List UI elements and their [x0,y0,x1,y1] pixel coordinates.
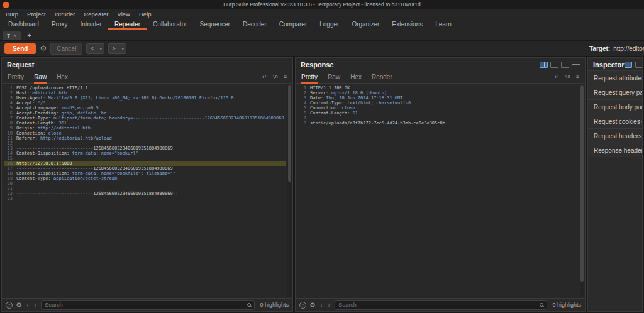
menu-item-view[interactable]: View [113,9,135,19]
editor-menu-icon[interactable]: ≡ [576,74,579,80]
history-back-dropdown-icon[interactable]: ▾ [97,43,104,54]
layout-rows-icon[interactable] [561,62,569,68]
code-line[interactable]: 3User-Agent: Mozilla/5.0 (X11; Linux x86… [4,96,286,101]
layout-menu-icon[interactable] [572,62,580,68]
request-scrollbar[interactable] [287,84,292,297]
main-tab-proxy[interactable]: Proxy [45,19,74,30]
code-line[interactable]: 5Accept-Language: en-US,en;q=0.5 [4,106,286,111]
code-line[interactable]: 4Content-Type: text/html; charset=utf-8 [298,101,579,106]
main-tab-collaborator[interactable]: Collaborator [147,19,193,30]
main-tab-dashboard[interactable]: Dashboard [2,19,45,30]
code-line[interactable]: 14Content-Disposition: form-data; name="… [4,151,286,156]
code-line[interactable]: 21 [4,186,286,191]
menu-item-project[interactable]: Project [23,9,50,19]
main-tab-repeater[interactable]: Repeater [108,19,147,30]
main-tab-decoder[interactable]: Decoder [236,19,273,30]
target-value[interactable]: http://editorial.htb [613,45,644,52]
main-tab-organizer[interactable]: Organizer [345,19,386,30]
code-line[interactable]: 20 [4,181,286,186]
code-line[interactable]: 2Server: nginx/1.18.0 (Ubuntu) [298,91,579,96]
main-tab-intruder[interactable]: Intruder [74,19,108,30]
history-forward-dropdown-icon[interactable]: ▾ [119,43,126,54]
main-tab-logger[interactable]: Logger [313,19,345,30]
search-settings-gear-icon[interactable]: ⚙ [16,302,22,309]
code-line[interactable]: 8static/uploads/a3f7b272-7ec5-4d24-b3eb-… [298,121,579,126]
main-tab-comparer[interactable]: Comparer [273,19,313,30]
request-tab-raw[interactable]: Raw [34,70,47,84]
code-line[interactable]: 15 [4,156,286,161]
code-line[interactable]: 10Connection: close [4,131,286,136]
code-line[interactable]: 11Referer: http://editorial.htb/upload [4,136,286,141]
code-line[interactable]: 7 [298,116,579,121]
wrap-lines-icon[interactable]: ↵ [262,74,267,80]
response-editor[interactable]: 1HTTP/1.1 200 OK2Server: nginx/1.18.0 (U… [296,84,585,298]
search-settings-gear-icon[interactable]: ⚙ [309,302,316,309]
request-editor[interactable]: 1POST /upload-cover HTTP/1.12Host: edito… [2,84,292,298]
main-tab-extensions[interactable]: Extensions [386,19,429,30]
code-line[interactable]: 1HTTP/1.1 200 OK [298,85,579,91]
new-tab-button[interactable]: + [22,31,36,40]
editor-menu-icon[interactable]: ≡ [284,74,287,80]
prev-match-icon[interactable]: ‹ [319,302,324,309]
inspector-expand-icon[interactable] [635,62,643,68]
code-line[interactable]: 6Accept-Encoding: gzip, deflate, br [4,111,286,116]
code-line[interactable]: 18Content-Disposition: form-data; name="… [4,171,286,176]
response-tab-pretty[interactable]: Pretty [301,70,318,84]
inspector-section-request-body-parameters[interactable]: Request body parameters› [588,99,642,114]
prev-match-icon[interactable]: ‹ [25,302,30,309]
code-line[interactable]: 12 [4,141,286,146]
response-tab-render[interactable]: Render [372,70,392,84]
menu-item-repeater[interactable]: Repeater [79,9,113,19]
response-tab-raw[interactable]: Raw [328,70,340,84]
request-search-input[interactable] [45,302,245,308]
inspector-dock-icon[interactable] [625,62,632,68]
menu-item-intruder[interactable]: Intruder [50,9,80,19]
request-tab-pretty[interactable]: Pretty [8,70,24,84]
code-line[interactable]: 7Content-Type: multipart/form-data; boun… [4,116,286,121]
wrap-lines-icon[interactable]: ↵ [555,74,560,80]
code-line[interactable]: 22-----------------------------126845660… [4,191,286,196]
code-line[interactable]: 8Content-Length: 361 [4,121,286,126]
help-icon[interactable]: ? [6,302,13,309]
code-line[interactable]: 13-----------------------------126845660… [4,146,286,151]
inspector-section-request-headers[interactable]: Request headers› [588,128,642,143]
inspector-section-request-cookies[interactable]: Request cookies› [588,114,642,128]
layout-columns-icon[interactable] [550,62,558,68]
code-line[interactable]: 3Date: Thu, 20 Jun 2024 17:18:31 GMT [298,96,579,101]
inspector-section-request-attributes[interactable]: Request attributes› [588,70,642,85]
code-line[interactable]: 9Origin: http://editorial.htb [4,126,286,131]
code-line[interactable]: 16http://127.0.0.1:5000 [4,161,286,166]
code-line[interactable]: 2Host: editorial.htb [4,91,286,96]
close-tab-icon[interactable]: × [13,33,16,39]
code-line[interactable]: 6Content-Length: 51 [298,111,579,116]
next-match-icon[interactable]: › [327,302,332,309]
code-line[interactable]: 5Connection: close [298,106,579,111]
cancel-button[interactable]: Cancel [50,43,82,55]
request-tab-hex[interactable]: Hex [57,70,68,84]
menu-item-burp[interactable]: Burp [1,9,23,19]
layout-side-by-side-selected-icon[interactable] [540,62,548,68]
main-tab-sequencer[interactable]: Sequencer [194,19,236,30]
inspector-section-request-query-parameters[interactable]: Request query parameters› [588,85,642,99]
code-line[interactable]: 19Content-Type: application/octet-stream [4,176,286,181]
next-match-icon[interactable]: › [33,302,38,309]
history-back-button[interactable]: < [86,43,97,54]
inspector-section-response-headers[interactable]: Response headers› [588,143,642,157]
inspector-header: Inspector [588,58,642,70]
main-tab-learn[interactable]: Learn [429,19,458,30]
code-line[interactable]: 17-----------------------------126845660… [4,166,286,171]
show-nonprintable-icon[interactable]: \n [565,74,570,79]
send-settings-gear-icon[interactable]: ⚙ [40,45,47,52]
code-line[interactable]: 1POST /upload-cover HTTP/1.1 [4,85,286,91]
help-icon[interactable]: ? [299,302,306,309]
history-forward-button[interactable]: > [108,43,119,54]
code-line[interactable]: 23 [4,196,286,201]
send-button[interactable]: Send [4,43,36,54]
response-search-input[interactable] [338,302,537,308]
code-line[interactable]: 4Accept: */* [4,101,286,106]
menu-item-help[interactable]: Help [135,9,156,19]
repeater-tab-7[interactable]: 7 × [3,31,21,40]
response-scrollbar[interactable] [580,84,584,297]
response-tab-hex[interactable]: Hex [350,70,362,84]
show-nonprintable-icon[interactable]: \n [272,74,277,79]
